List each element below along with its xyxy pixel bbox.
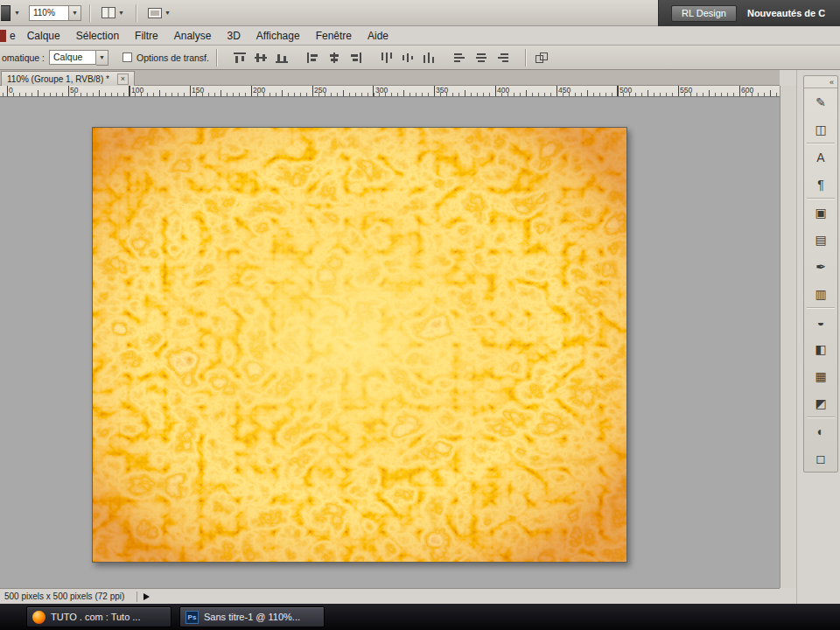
align-vertical-centers-button[interactable] [251,49,270,66]
menu-item-selection[interactable]: Sélection [68,27,127,45]
show-transform-checkbox[interactable] [122,52,132,62]
paragraph-panel-icon[interactable]: ¶ [804,171,837,198]
channels-panel-icon[interactable]: ▤ [804,226,837,253]
align-right-edges-icon [349,52,361,63]
separator [136,4,136,22]
windows-taskbar: TUTO . com : Tuto ... Ps Sans titre-1 @ … [0,604,840,630]
character-panel-icon[interactable]: A [804,144,837,171]
auto-align-layers-icon [536,52,549,63]
document-tab-title: 110% (Groupe 1, RVB/8) * [7,74,109,84]
masks-panel-icon[interactable]: ◻ [804,444,837,472]
separator [89,4,90,22]
distribute-top-edges-button[interactable] [377,49,396,66]
ruler-label: 200 [253,86,265,94]
arrange-documents-button[interactable]: ▼ [98,4,128,22]
vertical-scrollbar[interactable] [780,86,796,588]
align-top-edges-button[interactable] [230,49,249,66]
ruler-label: 600 [741,86,753,94]
status-bar: 500 pixels x 500 pixels (72 ppi) [0,588,780,604]
align-left-edges-button[interactable] [304,49,323,66]
chevron-down-icon: ▼ [96,50,108,66]
menu-item-analyse[interactable]: Analyse [166,27,220,45]
menu-item-aide[interactable]: Aide [360,27,396,45]
ruler-label: 150 [192,86,204,94]
document-canvas[interactable] [93,128,626,562]
application-bar: ▼ 110% ▼ ▼ ▼ RL Design Nouveautés de C [0,0,840,26]
align-right-edges-button[interactable] [346,49,365,66]
zoom-level-combo[interactable]: 110% ▼ [29,5,81,21]
separator [525,49,526,66]
tool-options-bar: omatique : Calque ▼ Options de transf. [0,46,840,70]
auto-select-dropdown[interactable]: Calque ▼ [49,50,108,66]
distribute-horizontal-centers-button[interactable] [472,49,491,66]
document-size-text: 500 pixels x 500 pixels (72 ppi) [4,592,124,601]
menu-item-calque[interactable]: Calque [19,27,68,45]
menu-item-affichage[interactable]: Affichage [248,27,308,45]
paths-panel-icon[interactable]: ✒ [804,253,837,280]
align-vertical-group [230,49,291,66]
align-horizontal-centers-icon [328,52,340,63]
distribute-right-edges-button[interactable] [493,49,512,66]
layer-comps-panel-icon[interactable]: ▣ [804,199,837,226]
document-tab[interactable]: 110% (Groupe 1, RVB/8) * × [1,71,135,86]
distribute-bottom-edges-icon [423,52,435,63]
distribute-horizontal-centers-icon [475,52,487,63]
distribute-horizontal-group [451,49,512,66]
menu-item-image-fragment[interactable]: e [6,27,19,45]
tab-close-button[interactable]: × [117,74,129,85]
screen-mode-icon [148,8,162,18]
status-flyout-button[interactable] [144,593,150,600]
menu-item-3d[interactable]: 3D [219,27,248,45]
photoshop-icon: Ps [186,611,199,624]
canvas-area [0,97,780,588]
separator [216,49,217,66]
auto-select-value: Calque [49,50,96,65]
menu-bar: e Calque Sélection Filtre Analyse 3D Aff… [0,26,840,46]
screen-mode-button[interactable]: ▼ [144,4,174,22]
taskbar-button-firefox[interactable]: TUTO . com : Tuto ... [26,606,172,627]
panel-icon-column: « ✎ ◫ A ¶ ▣ ▤ ✒ ▥ ◒ ◧ ▦ ◩ ◐ ◻ [803,75,838,472]
auto-select-label: omatique : [2,52,45,63]
horizontal-ruler[interactable]: 0 50 100 150 200 250 300 350 400 450 500… [0,86,780,97]
distribute-bottom-edges-button[interactable] [419,49,438,66]
arrange-documents-icon [102,7,116,18]
menu-item-fenetre[interactable]: Fenêtre [308,27,360,45]
distribute-top-edges-icon [381,52,393,63]
brushes-panel-icon[interactable]: ✎ [804,88,837,116]
align-horizontal-centers-button[interactable] [325,49,344,66]
workspace-button[interactable]: RL Design [671,5,737,22]
chevron-down-icon[interactable]: ▼ [69,5,81,21]
ruler-label: 450 [558,86,570,94]
chevron-down-icon: ▼ [118,10,124,16]
ruler-label: 500 [620,86,632,94]
align-bottom-edges-button[interactable] [272,49,291,66]
distribute-left-edges-button[interactable] [451,49,470,66]
histogram-panel-icon[interactable]: ▥ [804,280,837,307]
ruler-label: 300 [375,86,388,94]
menu-item-filtre[interactable]: Filtre [127,27,166,45]
workspace-switcher: RL Design Nouveautés de C [658,0,840,26]
align-bottom-edges-icon [276,52,288,63]
workspace-item-nouveautes[interactable]: Nouveautés de C [747,8,825,18]
auto-align-layers-button[interactable] [533,49,552,66]
app-logo-fragment-icon[interactable] [1,5,10,21]
dock-collapse-button[interactable]: « [804,76,837,88]
taskbar-button-label: Sans titre-1 @ 110%... [204,612,300,622]
ruler-label: 250 [314,86,326,94]
ruler-label: 400 [497,86,509,94]
styles-panel-icon[interactable]: ◩ [804,389,837,416]
taskbar-button-photoshop[interactable]: Ps Sans titre-1 @ 110%... [179,606,325,627]
panel-dock: « ✎ ◫ A ¶ ▣ ▤ ✒ ▥ ◒ ◧ ▦ ◩ ◐ ◻ [796,70,840,604]
color-panel-icon[interactable]: ◧ [804,335,837,362]
info-panel-icon[interactable]: ◒ [804,308,837,335]
photoshop-window: ▼ 110% ▼ ▼ ▼ RL Design Nouveautés de C e… [0,0,840,630]
swatches-panel-icon[interactable]: ▦ [804,362,837,389]
zoom-level-value[interactable]: 110% [29,5,69,21]
chevron-down-icon: ▼ [164,10,171,16]
distribute-right-edges-icon [496,52,508,63]
firefox-icon [32,611,46,624]
clone-source-panel-icon[interactable]: ◫ [804,116,837,143]
adjustments-panel-icon[interactable]: ◐ [804,417,837,444]
align-vertical-centers-icon [255,52,267,63]
distribute-vertical-centers-button[interactable] [398,49,417,66]
